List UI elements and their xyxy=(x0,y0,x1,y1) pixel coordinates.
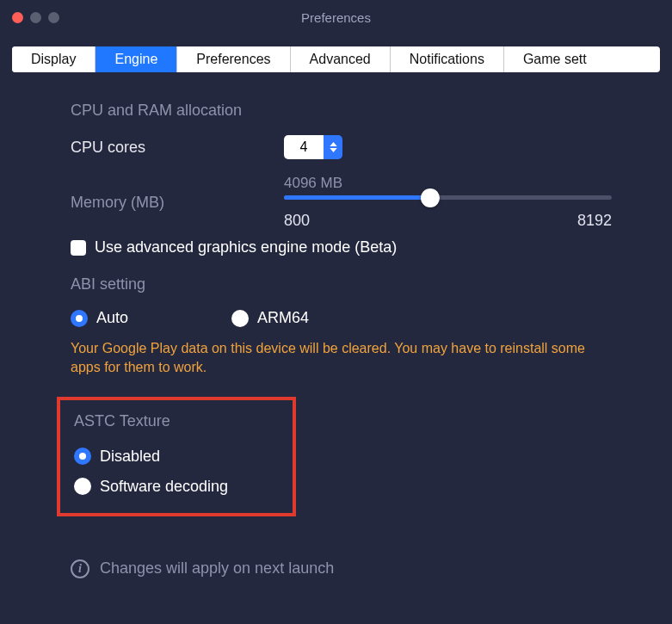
abi-auto-option[interactable]: Auto xyxy=(71,309,128,327)
adv-gfx-checkbox[interactable] xyxy=(71,240,86,256)
chevron-down-icon xyxy=(324,148,342,153)
memory-thumb[interactable] xyxy=(421,188,440,207)
adv-gfx-row[interactable]: Use advanced graphics engine mode (Beta) xyxy=(71,238,620,256)
tab-advanced[interactable]: Advanced xyxy=(291,46,391,72)
astc-options: Disabled Software decoding xyxy=(74,448,232,496)
tab-notifications[interactable]: Notifications xyxy=(391,46,504,72)
abi-arm64-label: ARM64 xyxy=(257,309,309,327)
tab-bar: Display Engine Preferences Advanced Noti… xyxy=(12,46,660,72)
memory-value: 4096 MB xyxy=(284,175,612,192)
minimize-window-button[interactable] xyxy=(30,12,41,23)
cpu-ram-heading: CPU and RAM allocation xyxy=(71,102,620,120)
abi-arm64-option[interactable]: ARM64 xyxy=(231,309,309,327)
astc-highlight: ASTC Texture Disabled Software decoding xyxy=(57,397,296,516)
cpu-ram-section: CPU and RAM allocation CPU cores 4 Memor… xyxy=(71,102,620,256)
memory-label: Memory (MB) xyxy=(71,175,284,212)
info-icon: i xyxy=(71,559,89,578)
cpu-cores-value: 4 xyxy=(284,135,324,159)
titlebar: Preferences xyxy=(0,0,672,34)
window-title: Preferences xyxy=(0,10,672,25)
abi-section: ABI setting Auto ARM64 Your Google Play … xyxy=(71,275,620,378)
memory-track[interactable] xyxy=(284,195,612,200)
info-text: Changes will apply on next launch xyxy=(100,559,334,578)
tab-game-settings[interactable]: Game sett xyxy=(504,46,606,72)
astc-heading: ASTC Texture xyxy=(74,412,232,430)
chevron-up-icon xyxy=(324,142,342,147)
astc-disabled-radio[interactable] xyxy=(74,448,91,465)
astc-sw-radio[interactable] xyxy=(74,478,91,495)
memory-scale: 800 8192 xyxy=(284,212,612,230)
close-window-button[interactable] xyxy=(12,12,23,23)
info-row: i Changes will apply on next launch xyxy=(71,559,620,578)
astc-disabled-label: Disabled xyxy=(100,448,160,466)
tab-engine[interactable]: Engine xyxy=(96,46,177,72)
cpu-cores-stepper[interactable] xyxy=(324,135,342,159)
memory-slider[interactable]: 4096 MB 800 8192 xyxy=(284,175,620,230)
memory-max: 8192 xyxy=(577,212,612,230)
memory-row: Memory (MB) 4096 MB 800 8192 xyxy=(71,175,620,230)
maximize-window-button[interactable] xyxy=(48,12,59,23)
abi-heading: ABI setting xyxy=(71,275,620,293)
memory-fill xyxy=(284,195,430,200)
abi-warning: Your Google Play data on this device wil… xyxy=(71,339,587,378)
traffic-lights xyxy=(12,12,59,23)
astc-disabled-option[interactable]: Disabled xyxy=(74,448,232,466)
cpu-cores-label: CPU cores xyxy=(71,139,284,157)
memory-min: 800 xyxy=(284,212,310,230)
engine-panel: CPU and RAM allocation CPU cores 4 Memor… xyxy=(0,72,672,578)
cpu-cores-row: CPU cores 4 xyxy=(71,135,620,159)
tab-preferences[interactable]: Preferences xyxy=(177,46,290,72)
abi-arm64-radio[interactable] xyxy=(231,310,249,327)
adv-gfx-label: Use advanced graphics engine mode (Beta) xyxy=(95,238,397,256)
cpu-cores-select[interactable]: 4 xyxy=(284,135,342,159)
astc-sw-option[interactable]: Software decoding xyxy=(74,478,232,496)
abi-auto-label: Auto xyxy=(96,309,128,327)
astc-sw-label: Software decoding xyxy=(100,478,228,496)
abi-options: Auto ARM64 xyxy=(71,309,620,327)
tab-display[interactable]: Display xyxy=(12,46,96,72)
abi-auto-radio[interactable] xyxy=(71,310,88,327)
